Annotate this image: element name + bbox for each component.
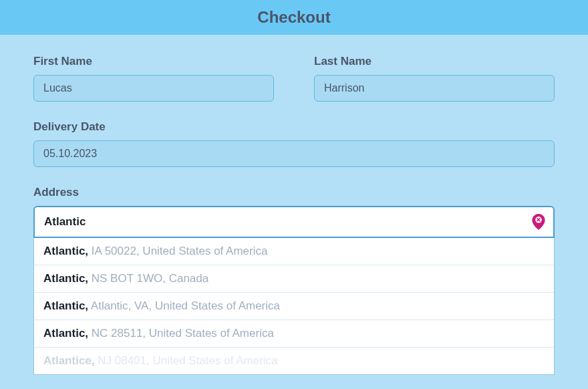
address-autocomplete: Atlantic, IA 50022, United States of Ame… — [33, 206, 555, 375]
first-name-field: First Name — [33, 55, 274, 102]
last-name-input[interactable] — [314, 75, 555, 102]
suggestion-match-text: Atlantic, — [43, 299, 88, 312]
address-suggestion-item[interactable]: Atlantic, IA 50022, United States of Ame… — [34, 238, 554, 265]
suggestion-match-text: Atlantic, — [43, 245, 88, 257]
suggestion-rest-text: NC 28511, United States of America — [88, 327, 274, 340]
suggestion-match-text: Atlantic, — [43, 272, 88, 285]
address-suggestion-item[interactable]: Atlantic, Atlantic, VA, United States of… — [34, 293, 554, 320]
checkout-form: First Name Last Name Delivery Date Addre… — [0, 35, 588, 389]
address-suggestion-item[interactable]: Atlantice, NJ 08401, United States of Am… — [34, 348, 554, 374]
address-field: Address Atlantic, IA 50022, United State… — [33, 186, 555, 375]
first-name-label: First Name — [33, 55, 274, 68]
delivery-date-field: Delivery Date — [33, 120, 555, 167]
last-name-label: Last Name — [314, 55, 555, 68]
address-suggestion-item[interactable]: Atlantic, NS BOT 1WO, Canada — [34, 265, 554, 293]
delivery-date-label: Delivery Date — [33, 120, 555, 134]
location-pin-clear-icon[interactable] — [532, 214, 545, 230]
address-suggestion-item[interactable]: Atlantic, NC 28511, United States of Ame… — [34, 320, 554, 348]
first-name-input[interactable] — [33, 75, 274, 102]
suggestion-match-text: Atlantice, — [43, 354, 95, 367]
page-header: Checkout — [0, 0, 588, 35]
address-input[interactable] — [33, 206, 555, 238]
last-name-field: Last Name — [314, 55, 555, 102]
page-title: Checkout — [0, 8, 588, 27]
name-row: First Name Last Name — [33, 55, 555, 102]
suggestion-match-text: Atlantic, — [43, 327, 88, 340]
address-label: Address — [33, 186, 555, 199]
delivery-date-input[interactable] — [33, 140, 555, 167]
suggestion-rest-text: Atlantic, VA, United States of America — [88, 299, 280, 312]
suggestion-rest-text: NJ 08401, United States of America — [95, 354, 278, 367]
suggestion-rest-text: NS BOT 1WO, Canada — [88, 272, 208, 285]
address-suggestions-dropdown: Atlantic, IA 50022, United States of Ame… — [33, 238, 555, 375]
suggestion-rest-text: IA 50022, United States of America — [88, 245, 267, 257]
